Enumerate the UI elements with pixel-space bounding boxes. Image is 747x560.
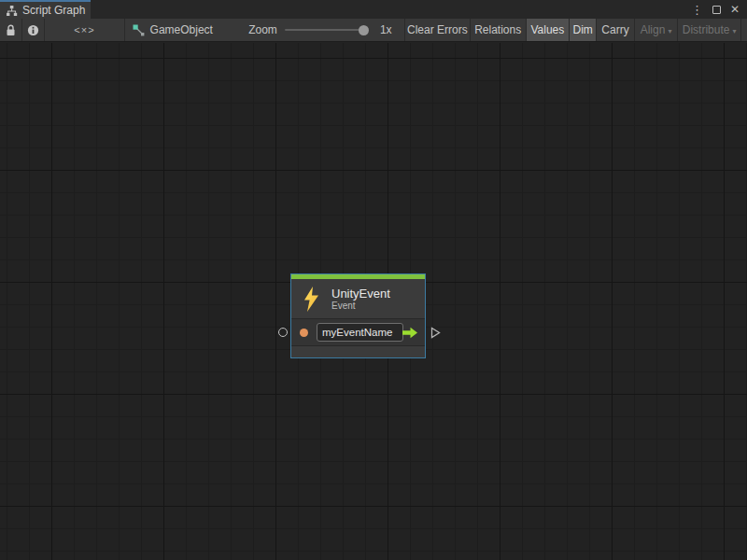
distribute-label: Distribute — [683, 23, 730, 36]
node-titles: UnityEvent Event — [331, 287, 390, 312]
titlebar: Script Graph ⋮ ✕ — [0, 0, 747, 19]
zoom-control: Zoom — [226, 19, 378, 41]
dim-label: Dim — [572, 23, 592, 36]
node-header[interactable]: UnityEvent Event — [291, 279, 425, 318]
carry-label: Carry — [601, 23, 628, 36]
zoom-value-cell: 1x — [378, 19, 405, 41]
lock-icon — [6, 24, 16, 36]
zoom-slider[interactable] — [285, 29, 365, 31]
graph-toolbar: <×> GameObject Zoom 1x Clear Errors Rela… — [0, 19, 747, 42]
align-dropdown[interactable]: Align ▾ — [635, 19, 678, 41]
overview-button[interactable]: Overv — [741, 19, 747, 41]
graph-target[interactable]: GameObject — [125, 19, 227, 41]
zoom-slider-handle[interactable] — [359, 25, 369, 35]
node-title: UnityEvent — [331, 287, 390, 301]
node-footer — [291, 346, 425, 357]
info-button[interactable] — [22, 19, 45, 41]
lock-button[interactable] — [0, 19, 22, 41]
node-subtitle: Event — [331, 301, 390, 312]
info-icon — [27, 24, 39, 36]
window-controls: ⋮ ✕ — [691, 0, 747, 19]
close-icon[interactable]: ✕ — [730, 4, 740, 15]
titlebar-spacer — [91, 0, 691, 19]
event-name-port-icon[interactable] — [300, 329, 308, 337]
clear-errors-button[interactable]: Clear Errors — [405, 19, 471, 41]
distribute-dropdown[interactable]: Distribute ▾ — [678, 19, 741, 41]
tab-title: Script Graph — [22, 4, 85, 17]
gameobject-graph-icon — [133, 24, 145, 36]
event-name-input[interactable] — [317, 323, 403, 342]
lightning-bolt-icon — [302, 287, 321, 312]
code-view-button[interactable]: <×> — [45, 19, 124, 41]
values-label: Values — [530, 23, 564, 36]
relations-button[interactable]: Relations — [471, 19, 527, 41]
node-port-row — [291, 319, 425, 345]
control-output-port[interactable] — [430, 327, 441, 339]
maximize-icon[interactable] — [712, 6, 721, 14]
control-input-port[interactable] — [278, 328, 288, 337]
graph-canvas[interactable]: UnityEvent Event — [0, 43, 747, 560]
dim-toggle[interactable]: Dim — [570, 19, 597, 41]
zoom-label: Zoom — [248, 23, 277, 36]
code-icon: <×> — [74, 24, 94, 35]
graph-icon — [6, 5, 18, 17]
relations-label: Relations — [474, 23, 521, 36]
window-menu-icon[interactable]: ⋮ — [691, 4, 703, 16]
flow-arrow-icon — [402, 327, 418, 339]
chevron-down-icon: ▾ — [732, 27, 736, 35]
zoom-value: 1x — [380, 23, 392, 36]
graph-target-label: GameObject — [150, 23, 213, 36]
unity-event-node[interactable]: UnityEvent Event — [290, 273, 426, 358]
carry-toggle[interactable]: Carry — [597, 19, 635, 41]
values-toggle[interactable]: Values — [527, 19, 570, 41]
tab-script-graph[interactable]: Script Graph — [0, 0, 91, 19]
align-label: Align — [641, 23, 666, 36]
chevron-down-icon: ▾ — [668, 27, 671, 35]
clear-errors-label: Clear Errors — [407, 23, 468, 36]
